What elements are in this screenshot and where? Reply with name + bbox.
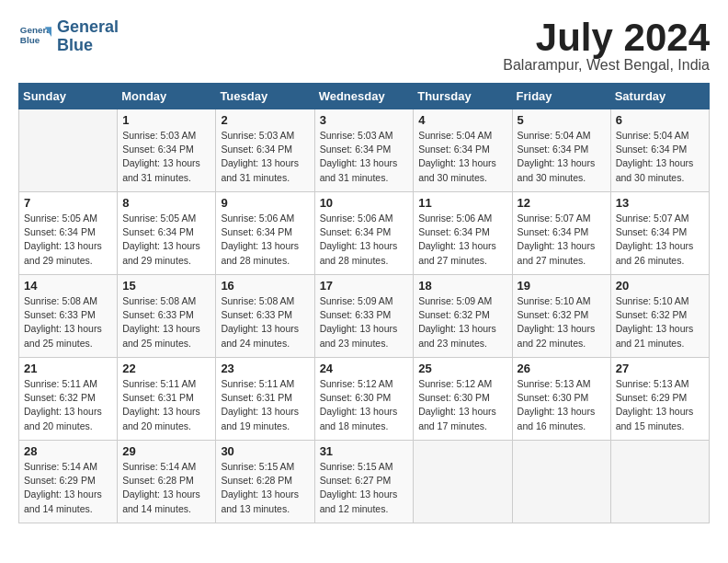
day-info: Sunrise: 5:09 AM Sunset: 6:32 PM Dayligh… <box>418 294 506 350</box>
day-cell: 3Sunrise: 5:03 AM Sunset: 6:34 PM Daylig… <box>314 109 414 192</box>
day-number: 1 <box>122 113 210 127</box>
day-number: 26 <box>518 362 606 375</box>
day-number: 27 <box>616 362 704 375</box>
day-info: Sunrise: 5:15 AM Sunset: 6:28 PM Dayligh… <box>221 460 309 516</box>
day-info: Sunrise: 5:07 AM Sunset: 6:34 PM Dayligh… <box>616 212 704 268</box>
day-number: 24 <box>320 362 409 375</box>
day-number: 13 <box>616 196 704 210</box>
day-cell <box>414 441 512 523</box>
day-cell: 15Sunrise: 5:08 AM Sunset: 6:33 PM Dayli… <box>118 275 216 358</box>
day-info: Sunrise: 5:06 AM Sunset: 6:34 PM Dayligh… <box>418 212 506 268</box>
day-info: Sunrise: 5:13 AM Sunset: 6:30 PM Dayligh… <box>518 377 606 433</box>
calendar-table: SundayMondayTuesdayWednesdayThursdayFrid… <box>18 83 710 523</box>
day-number: 11 <box>418 196 506 210</box>
day-number: 16 <box>221 279 309 293</box>
week-row-1: 1Sunrise: 5:03 AM Sunset: 6:34 PM Daylig… <box>19 109 710 192</box>
day-cell: 4Sunrise: 5:04 AM Sunset: 6:34 PM Daylig… <box>414 109 512 192</box>
day-number: 7 <box>24 196 112 210</box>
day-info: Sunrise: 5:11 AM Sunset: 6:31 PM Dayligh… <box>122 377 210 433</box>
day-info: Sunrise: 5:15 AM Sunset: 6:27 PM Dayligh… <box>320 460 409 516</box>
day-info: Sunrise: 5:14 AM Sunset: 6:28 PM Dayligh… <box>122 460 210 516</box>
logo: General Blue General Blue <box>18 18 119 55</box>
day-info: Sunrise: 5:05 AM Sunset: 6:34 PM Dayligh… <box>24 212 112 268</box>
week-row-3: 14Sunrise: 5:08 AM Sunset: 6:33 PM Dayli… <box>19 275 710 358</box>
title-section: July 2024 Balarampur, West Bengal, India <box>503 18 710 74</box>
day-cell: 22Sunrise: 5:11 AM Sunset: 6:31 PM Dayli… <box>118 358 216 441</box>
day-number: 8 <box>122 196 210 210</box>
logo-text-line1: General <box>57 18 119 37</box>
day-info: Sunrise: 5:11 AM Sunset: 6:31 PM Dayligh… <box>221 377 309 433</box>
day-cell <box>512 441 610 523</box>
day-cell: 14Sunrise: 5:08 AM Sunset: 6:33 PM Dayli… <box>19 275 118 358</box>
day-cell: 27Sunrise: 5:13 AM Sunset: 6:29 PM Dayli… <box>610 358 709 441</box>
week-row-4: 21Sunrise: 5:11 AM Sunset: 6:32 PM Dayli… <box>19 358 710 441</box>
day-cell: 1Sunrise: 5:03 AM Sunset: 6:34 PM Daylig… <box>118 109 216 192</box>
day-number: 30 <box>221 444 309 458</box>
day-number: 3 <box>320 113 409 127</box>
day-number: 28 <box>24 444 112 458</box>
day-number: 25 <box>418 362 506 375</box>
day-cell: 8Sunrise: 5:05 AM Sunset: 6:34 PM Daylig… <box>118 192 216 275</box>
day-info: Sunrise: 5:12 AM Sunset: 6:30 PM Dayligh… <box>418 377 506 433</box>
day-number: 18 <box>418 279 506 293</box>
day-number: 12 <box>518 196 606 210</box>
day-number: 6 <box>616 113 704 127</box>
day-cell: 7Sunrise: 5:05 AM Sunset: 6:34 PM Daylig… <box>19 192 118 275</box>
day-number: 19 <box>518 279 606 293</box>
day-info: Sunrise: 5:03 AM Sunset: 6:34 PM Dayligh… <box>122 129 210 185</box>
day-number: 15 <box>122 279 210 293</box>
day-number: 20 <box>616 279 704 293</box>
day-cell: 20Sunrise: 5:10 AM Sunset: 6:32 PM Dayli… <box>610 275 709 358</box>
svg-text:Blue: Blue <box>20 35 40 45</box>
day-number: 31 <box>320 444 409 458</box>
header-day-friday: Friday <box>512 84 610 109</box>
header-day-wednesday: Wednesday <box>314 84 414 109</box>
day-info: Sunrise: 5:08 AM Sunset: 6:33 PM Dayligh… <box>24 294 112 350</box>
day-cell: 12Sunrise: 5:07 AM Sunset: 6:34 PM Dayli… <box>512 192 610 275</box>
day-info: Sunrise: 5:07 AM Sunset: 6:34 PM Dayligh… <box>518 212 606 268</box>
header-day-sunday: Sunday <box>19 84 118 109</box>
day-number: 22 <box>122 362 210 375</box>
day-info: Sunrise: 5:03 AM Sunset: 6:34 PM Dayligh… <box>320 129 409 185</box>
day-cell: 10Sunrise: 5:06 AM Sunset: 6:34 PM Dayli… <box>314 192 414 275</box>
day-cell: 19Sunrise: 5:10 AM Sunset: 6:32 PM Dayli… <box>512 275 610 358</box>
calendar-body: 1Sunrise: 5:03 AM Sunset: 6:34 PM Daylig… <box>19 109 710 523</box>
header-row: SundayMondayTuesdayWednesdayThursdayFrid… <box>19 84 710 109</box>
day-info: Sunrise: 5:04 AM Sunset: 6:34 PM Dayligh… <box>518 129 606 185</box>
day-number: 2 <box>221 113 309 127</box>
page-header: General Blue General Blue July 2024 Bala… <box>18 18 710 74</box>
header-day-tuesday: Tuesday <box>216 84 314 109</box>
day-number: 10 <box>320 196 409 210</box>
day-number: 23 <box>221 362 309 375</box>
day-cell: 30Sunrise: 5:15 AM Sunset: 6:28 PM Dayli… <box>216 441 314 523</box>
day-cell <box>19 109 118 192</box>
day-number: 9 <box>221 196 309 210</box>
header-day-saturday: Saturday <box>610 84 709 109</box>
day-cell <box>610 441 709 523</box>
day-number: 29 <box>122 444 210 458</box>
day-cell: 17Sunrise: 5:09 AM Sunset: 6:33 PM Dayli… <box>314 275 414 358</box>
day-cell: 5Sunrise: 5:04 AM Sunset: 6:34 PM Daylig… <box>512 109 610 192</box>
day-cell: 24Sunrise: 5:12 AM Sunset: 6:30 PM Dayli… <box>314 358 414 441</box>
svg-text:General: General <box>20 25 51 35</box>
day-info: Sunrise: 5:06 AM Sunset: 6:34 PM Dayligh… <box>320 212 409 268</box>
day-cell: 6Sunrise: 5:04 AM Sunset: 6:34 PM Daylig… <box>610 109 709 192</box>
day-cell: 26Sunrise: 5:13 AM Sunset: 6:30 PM Dayli… <box>512 358 610 441</box>
calendar-header: SundayMondayTuesdayWednesdayThursdayFrid… <box>19 84 710 109</box>
header-day-thursday: Thursday <box>414 84 512 109</box>
day-info: Sunrise: 5:06 AM Sunset: 6:34 PM Dayligh… <box>221 212 309 268</box>
month-title: July 2024 <box>503 18 710 57</box>
day-info: Sunrise: 5:03 AM Sunset: 6:34 PM Dayligh… <box>221 129 309 185</box>
day-info: Sunrise: 5:14 AM Sunset: 6:29 PM Dayligh… <box>24 460 112 516</box>
day-info: Sunrise: 5:05 AM Sunset: 6:34 PM Dayligh… <box>122 212 210 268</box>
day-info: Sunrise: 5:08 AM Sunset: 6:33 PM Dayligh… <box>122 294 210 350</box>
day-number: 14 <box>24 279 112 293</box>
location: Balarampur, West Bengal, India <box>503 57 710 74</box>
day-cell: 28Sunrise: 5:14 AM Sunset: 6:29 PM Dayli… <box>19 441 118 523</box>
day-info: Sunrise: 5:04 AM Sunset: 6:34 PM Dayligh… <box>418 129 506 185</box>
week-row-5: 28Sunrise: 5:14 AM Sunset: 6:29 PM Dayli… <box>19 441 710 523</box>
day-info: Sunrise: 5:13 AM Sunset: 6:29 PM Dayligh… <box>616 377 704 433</box>
day-info: Sunrise: 5:09 AM Sunset: 6:33 PM Dayligh… <box>320 294 409 350</box>
day-cell: 16Sunrise: 5:08 AM Sunset: 6:33 PM Dayli… <box>216 275 314 358</box>
day-number: 17 <box>320 279 409 293</box>
